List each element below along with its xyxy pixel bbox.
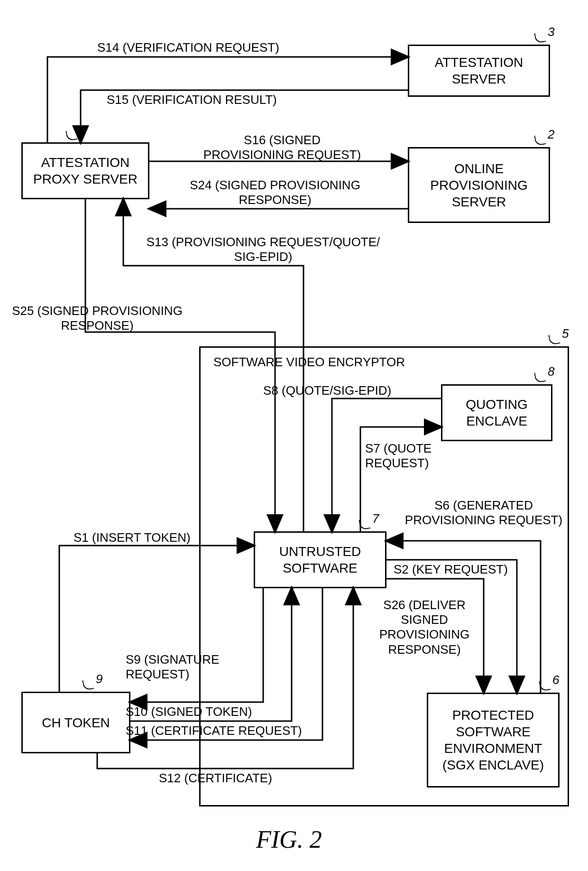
software-video-encryptor-label: SOFTWARE VIDEO ENCRYPTOR — [213, 355, 405, 370]
msg-s26: S26 (DELIVER SIGNED PROVISIONING RESPONS… — [370, 598, 479, 657]
tag-hook — [534, 134, 546, 146]
msg-s6: S6 (GENERATED PROVISIONING REQUEST) — [403, 498, 564, 528]
tag-7: 7 — [372, 511, 379, 526]
msg-s16: S16 (SIGNED PROVISIONING REQUEST) — [190, 133, 375, 162]
msg-s12: S12 (CERTIFICATE) — [159, 771, 272, 786]
tag-5: 5 — [562, 326, 569, 341]
msg-s14: S14 (VERIFICATION REQUEST) — [97, 40, 279, 55]
msg-s2: S2 (KEY REQUEST) — [394, 562, 508, 577]
protected-software-env-label: PROTECTED SOFTWARE ENVIRONMENT (SGX ENCL… — [442, 707, 544, 773]
tag-2: 2 — [548, 127, 554, 142]
untrusted-software-label: UNTRUSTED SOFTWARE — [279, 543, 361, 576]
msg-s11: S11 (CERTIFICATE REQUEST) — [126, 723, 302, 738]
tag-hook — [534, 31, 546, 43]
attestation-server-box: ATTESTATION SERVER — [408, 45, 550, 97]
tag-4: 4 — [79, 122, 86, 137]
msg-s24: S24 (SIGNED PROVISIONING RESPONSE) — [161, 178, 389, 207]
attestation-server-label: ATTESTATION SERVER — [435, 54, 524, 87]
figure-title: FIG. 2 — [256, 825, 322, 853]
attestation-proxy-server-box: ATTESTATION PROXY SERVER — [21, 142, 149, 199]
tag-3: 3 — [548, 25, 554, 39]
ch-token-label: CH TOKEN — [42, 714, 110, 731]
msg-s13: S13 (PROVISIONING REQUEST/QUOTE/ SIG-EPI… — [130, 235, 396, 264]
msg-s10: S10 (SIGNED TOKEN) — [126, 704, 252, 719]
tag-8: 8 — [548, 364, 554, 379]
msg-s7: S7 (QUOTE REQUEST) — [365, 441, 432, 471]
ch-token-box: CH TOKEN — [21, 692, 130, 753]
msg-s9: S9 (SIGNATURE REQUEST) — [126, 652, 219, 682]
tag-6: 6 — [552, 673, 559, 687]
tag-9: 9 — [96, 672, 102, 686]
online-provisioning-server-label: ONLINE PROVISIONING SERVER — [430, 160, 527, 210]
msg-s15: S15 (VERIFICATION RESULT) — [107, 93, 277, 107]
msg-s8: S8 (QUOTE/SIG-EPID) — [263, 383, 391, 398]
msg-s1: S1 (INSERT TOKEN) — [74, 530, 191, 545]
tag-hook — [82, 678, 94, 690]
diagram-canvas: ATTESTATION SERVER 3 ONLINE PROVISIONING… — [0, 0, 588, 871]
msg-s25: S25 (SIGNED PROVISIONING RESPONSE) — [12, 304, 183, 333]
tag-hook — [65, 129, 77, 141]
quoting-enclave-label: QUOTING ENCLAVE — [466, 396, 528, 429]
online-provisioning-server-box: ONLINE PROVISIONING SERVER — [408, 147, 550, 223]
tag-hook — [548, 333, 560, 345]
untrusted-software-box: UNTRUSTED SOFTWARE — [254, 531, 386, 588]
attestation-proxy-server-label: ATTESTATION PROXY SERVER — [33, 154, 138, 187]
quoting-enclave-box: QUOTING ENCLAVE — [441, 384, 552, 441]
protected-software-env-box: PROTECTED SOFTWARE ENVIRONMENT (SGX ENCL… — [427, 693, 560, 788]
